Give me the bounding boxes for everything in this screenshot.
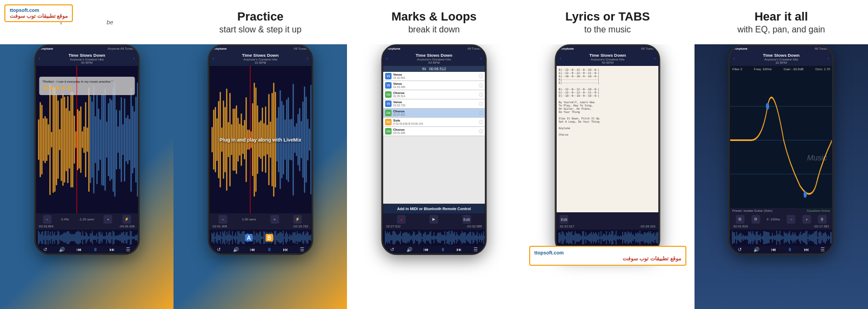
panel-4: Lyrics or TABS to the music ttopsoft.com… [521, 0, 695, 309]
panel3-controls: ● ▶ Edit 02:27.612 -02:32.588 [383, 213, 485, 230]
mark-icon-solo: SO [385, 119, 392, 125]
panel1-back-icon[interactable]: ‹ [39, 56, 41, 61]
panel4-edit-btn[interactable]: Edit [560, 215, 569, 224]
panel5-list-btn[interactable]: ☰ [820, 247, 825, 252]
panel-1: ttopsoft.com موقع تطبيقات توب سوفت t be … [0, 0, 173, 309]
panel3-anytune: Anytune [388, 47, 400, 50]
mark-text-v2: Verse 01:03.495 [393, 82, 479, 89]
mark-item-ch3[interactable]: CH Chorus 03:31.005 ⓘ [383, 127, 485, 136]
panel3-back-icon[interactable]: ‹ [386, 56, 388, 61]
panel1-controls: − 0.45x -1.25 semi + ⚡ 00:33.894 -04:26.… [36, 213, 138, 230]
panel2-nav: ‹ Time Slows Down Anytune's Greatest Hit… [209, 51, 311, 66]
panel2-title: Practice [237, 10, 284, 24]
panel5-loop-btn[interactable]: ↺ [738, 247, 742, 252]
panel3-time: 02:27.612 -02:32.588 [385, 225, 483, 228]
panel3-next-btn[interactable]: ⏭ [457, 247, 462, 252]
panel2-play-btn[interactable]: ⏸ [267, 247, 272, 252]
mark-item-v3[interactable]: V3 Verse 02:03.733 ⓘ [383, 99, 485, 109]
panel2-phone-container: Anytune All Tunes ‹ Time Slows Down Anyt… [208, 44, 313, 255]
panel3-midi-banner[interactable]: Add in MIDI or Bluetooth Remote Control [383, 204, 485, 213]
panel4-back-icon[interactable]: ‹ [560, 56, 562, 61]
panel1-bpm: 50 BPM [69, 61, 105, 64]
panel5-gain-label: Gain: -33.8dB [784, 68, 804, 71]
panel1-play-btn[interactable]: ⏸ [93, 247, 98, 252]
panel5-forward-icon[interactable]: › [827, 56, 829, 61]
panel5-song: Time Slows Down [763, 53, 799, 58]
panel5-phone: Anytune All Tunes ‹ Time Slows Down Anyt… [729, 44, 834, 255]
mark-icon-ch3: CH [385, 128, 392, 135]
panel1-list-btn[interactable]: ☰ [126, 247, 130, 252]
panel5-mic-btn[interactable]: 🎙 [818, 215, 826, 224]
panel4-lyrics: B|--12--8--12--8--10--8-| G|--12--9--12-… [557, 66, 659, 212]
mark-item-v2[interactable]: V2 Verse 01:03.495 ⓘ [383, 81, 485, 90]
panel5-settings-btn[interactable]: ⚙ [751, 215, 760, 224]
panel5-vol-btn[interactable]: 🔊 [753, 247, 759, 252]
panel2-song: Time Slows Down [242, 53, 279, 58]
svg-point-4 [804, 191, 807, 198]
panel1-minus-btn[interactable]: − [43, 215, 51, 224]
panel1-vol-btn[interactable]: 🔊 [59, 247, 65, 252]
panel3-edit-btn[interactable]: Edit [462, 215, 471, 224]
panel1-plus-btn[interactable]: + [104, 215, 112, 224]
panel5-next-btn[interactable]: ⏭ [804, 247, 809, 252]
panel4-forward-icon[interactable]: › [654, 56, 656, 61]
panel5-back-icon[interactable]: ‹ [733, 56, 735, 61]
mark-item-v1[interactable]: V1 Verse 01:32.561 ⓘ [383, 72, 485, 81]
mark-item-ch1[interactable]: CH Chorus 01:35.514 ⓘ [383, 90, 485, 99]
panel4-phone: Anytune All Tunes ‹ Time Slows Down Anyt… [555, 44, 660, 255]
panel1-forward-icon[interactable]: › [133, 56, 135, 61]
panel1-waveform: "Perfect - I use it everyday in my music… [36, 66, 138, 213]
panel-3: Marks & Loops break it down Anytune All … [347, 0, 520, 309]
panel2-next-btn[interactable]: ⏭ [283, 247, 288, 252]
panel2-back-icon[interactable]: ‹ [212, 56, 214, 61]
panel5-presets-btn[interactable]: ⊞ [736, 215, 744, 224]
panel3-phone: Anytune All Tunes ‹ Time Slows Down Anyt… [382, 44, 487, 255]
panel2-prev-btn[interactable]: ⏮ [250, 247, 255, 252]
panel4-phone-container: Anytune All Tunes ‹ Time Slows Down Anyt… [555, 44, 660, 255]
panel3-prev-btn[interactable]: ⏮ [424, 247, 429, 252]
watermark-en: ttopsoft.com [10, 8, 68, 13]
panel5-time-left: 02:42.819 [733, 225, 748, 228]
panel5-bottom-row: ↺ 🔊 ⏮ ⏸ ⏭ ☰ [732, 247, 831, 252]
mark-item-solo[interactable]: SO Solo A 02:40.636 B 03:06.143 ⓘ [383, 118, 485, 127]
panel5-nav: ‹ Time Slows Down Anytune's Greatest Hit… [730, 51, 832, 66]
panel3-controls-row: ● ▶ Edit [385, 215, 483, 224]
panel2-vol-btn[interactable]: 🔊 [233, 247, 239, 252]
panel2-forward-icon[interactable]: › [307, 56, 309, 61]
panel5-play-btn[interactable]: ⏸ [787, 247, 792, 252]
panel3-rec-btn[interactable]: ● [397, 215, 406, 224]
panel2-header: Practice start slow & step it up [173, 0, 347, 44]
panel5-plus-btn[interactable]: + [803, 215, 811, 224]
panel3-play-btn[interactable]: ⏸ [440, 247, 445, 252]
panel3-time-right: -02:32.588 [466, 225, 482, 228]
panel1-loop-btn[interactable]: ↺ [43, 247, 48, 252]
panel1-bottom-controls: ↺ 🔊 ⏮ ⏸ ⏭ ☰ [36, 246, 138, 253]
panel2-loop-btn[interactable]: ↺ [217, 247, 221, 252]
panel5-minus-btn[interactable]: − [787, 215, 796, 224]
panel2-list-btn[interactable]: ☰ [300, 247, 304, 252]
panel2-status: Anytune All Tunes [209, 46, 311, 51]
panel5-eq-active: Equalizer Active [807, 209, 830, 212]
panel3-play-btn2[interactable]: ▶ [430, 215, 438, 224]
panel5-anytune: Anytune [735, 47, 747, 50]
panel3-current-time: IN 00:06.512 [383, 66, 485, 72]
panel2-marker-b: B [265, 234, 273, 241]
mark-item-ch2[interactable]: CH Chorus 02:27.612 ⓘ [383, 109, 485, 118]
panel2-bolt-btn[interactable]: ⚡ [293, 215, 302, 224]
panel1-bottom-row: ↺ 🔊 ⏮ ⏸ ⏭ ☰ [37, 247, 136, 252]
panel2-plus-btn[interactable]: + [270, 215, 279, 224]
panel5-prev-btn[interactable]: ⏮ [771, 247, 776, 252]
panel3-forward-icon[interactable]: › [480, 56, 482, 61]
panel5-screen: Anytune All Tunes ‹ Time Slows Down Anyt… [730, 46, 832, 253]
panel3-loop-btn[interactable]: ↺ [390, 247, 395, 252]
panel1-song-label: Anytune [40, 47, 53, 50]
panel3-screen: Anytune All Tunes ‹ Time Slows Down Anyt… [383, 46, 485, 253]
panel3-mini-wave [383, 230, 485, 246]
panel1-prev-btn[interactable]: ⏮ [77, 247, 82, 252]
panel3-list-btn[interactable]: ☰ [473, 247, 478, 252]
panel3-vol-btn[interactable]: 🔊 [406, 247, 412, 252]
panel2-minus-btn[interactable]: − [219, 215, 228, 224]
panel1-bolt-btn[interactable]: ⚡ [122, 215, 131, 224]
panel1-next-btn[interactable]: ⏭ [110, 247, 115, 252]
panel5-music-text: Music [807, 153, 827, 162]
